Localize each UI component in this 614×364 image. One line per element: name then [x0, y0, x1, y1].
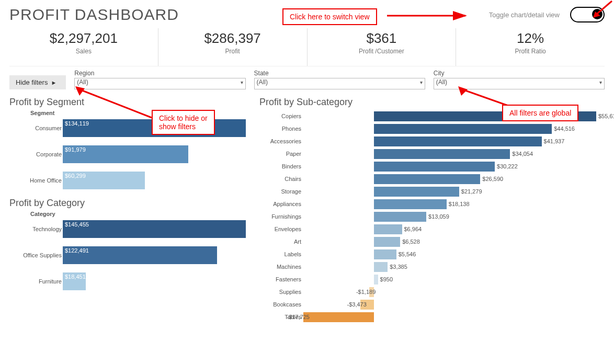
bar-value-label: -$1,189: [356, 289, 376, 295]
bar-category-label: Appliances: [259, 201, 303, 207]
bar-category-label: Fasteners: [259, 276, 303, 282]
bar-value-label: $13,059: [428, 213, 449, 220]
bar-category-label: Art: [259, 238, 303, 245]
bar-value-label: $3,385: [390, 264, 407, 270]
category-chart-title: Profit by Category: [9, 198, 250, 209]
filter-value: (All): [436, 78, 447, 86]
bar-value-label: -$3,473: [347, 301, 367, 308]
bar-category-label: Envelopes: [259, 226, 303, 232]
bar-row: Machines$3,385: [259, 260, 605, 273]
kpi-profit: $286,397 Profit: [158, 28, 307, 66]
bar-value-label: $41,937: [544, 138, 565, 144]
bar-row: Chairs$26,590: [259, 173, 605, 185]
bar-track: $122,491: [63, 246, 250, 264]
bar-value-label: $18,138: [449, 201, 470, 207]
bar-fill: [374, 275, 378, 285]
bar-track: $34,054: [303, 149, 605, 159]
bar-row: Fasteners$950: [259, 273, 605, 286]
annotation-hide-filters: Click to hide or show filters: [152, 110, 215, 135]
bar-category-label: Paper: [259, 151, 303, 157]
bar-category-label: Bookcases: [259, 301, 303, 308]
bar-row: Envelopes$6,964: [259, 223, 605, 235]
bar-row: Paper$34,054: [259, 147, 605, 160]
bar-track: $950: [303, 275, 605, 285]
bar-row: Labels$5,546: [259, 248, 605, 260]
bar-track: $6,528: [303, 237, 605, 247]
bar-track: -$1,189: [303, 287, 605, 297]
bar-track: $18,138: [303, 199, 605, 209]
filter-state-select[interactable]: (All): [254, 78, 425, 89]
bar-track: $41,937: [303, 136, 605, 146]
kpi-value: $2,297,201: [9, 30, 158, 47]
bar-value-label: $26,590: [482, 176, 503, 182]
hide-filters-label: Hide filters: [16, 78, 48, 86]
kpi-sales: $2,297,201 Sales: [9, 28, 158, 66]
annotation-arrow-icon: [591, 0, 614, 21]
hide-filters-button[interactable]: Hide filters ►: [9, 75, 66, 89]
bar-category-label: Office Supplies: [9, 252, 63, 258]
category-axis-label: Category: [30, 211, 250, 217]
bar-row: Tables-$17,725: [259, 311, 605, 323]
kpi-value: $286,397: [158, 30, 307, 47]
bar-category-label: Phones: [259, 126, 303, 132]
bar-track: $145,455: [63, 220, 250, 238]
bar-row: Bookcases-$3,473: [259, 298, 605, 311]
filter-value: (All): [257, 78, 268, 86]
bar-value-label: $44,516: [554, 126, 575, 132]
filter-label-city: City: [434, 70, 605, 77]
kpi-label: Sales: [9, 48, 158, 55]
kpi-value: 12%: [456, 30, 605, 47]
bar-track: $60,299: [63, 172, 250, 189]
category-chart: Technology$145,455Office Supplies$122,49…: [9, 220, 250, 290]
bar-fill: [374, 174, 480, 184]
bar-row: Home Office$60,299: [9, 172, 250, 189]
bar-fill: $18,451: [63, 272, 86, 290]
kpi-label: Profit Ratio: [456, 48, 605, 55]
annotation-arrow-icon: [73, 86, 157, 123]
svg-line-2: [79, 89, 152, 118]
bar-fill: [374, 124, 552, 134]
bar-category-label: Storage: [259, 188, 303, 195]
bar-value-label: $145,455: [63, 221, 89, 228]
kpi-row: $2,297,201 Sales $286,397 Profit $361 Pr…: [9, 28, 605, 66]
bar-row: Appliances$18,138: [259, 198, 605, 210]
bar-row: Phones$44,516: [259, 122, 605, 135]
bar-value-label: $55,618: [598, 113, 614, 119]
filter-label-region: Region: [74, 70, 245, 77]
bar-track: $6,964: [303, 224, 605, 234]
kpi-label: Profit /Customer: [308, 48, 456, 55]
bar-value-label: $5,546: [399, 251, 416, 257]
arrow-right-icon: ►: [51, 79, 56, 86]
bar-fill: [374, 249, 396, 259]
bar-fill: [374, 212, 426, 222]
bar-row: Binders$30,222: [259, 160, 605, 173]
bar-category-label: Accessories: [259, 138, 303, 144]
bar-track: -$3,473: [303, 300, 605, 310]
kpi-profit-customer: $361 Profit /Customer: [307, 28, 456, 66]
bar-row: Office Supplies$122,491: [9, 246, 250, 264]
bar-fill: [374, 199, 446, 209]
bar-fill: [374, 149, 510, 159]
bar-track: $13,059: [303, 212, 605, 222]
bar-category-label: Chairs: [259, 176, 303, 182]
bar-category-label: Machines: [259, 264, 303, 270]
bar-fill: [374, 224, 402, 234]
annotation-arrow-icon: [387, 10, 476, 21]
bar-value-label: $18,451: [63, 274, 86, 280]
bar-fill: $91,979: [63, 145, 188, 163]
bar-category-label: Labels: [259, 251, 303, 257]
bar-row: Corporate$91,979: [9, 145, 250, 163]
bar-track: $3,385: [303, 262, 605, 272]
bar-track: $30,222: [303, 162, 605, 172]
bar-track: -$17,725: [303, 312, 605, 322]
bar-fill: $145,455: [63, 220, 246, 238]
bar-fill: $60,299: [63, 172, 145, 189]
bar-value-label: $91,979: [63, 146, 86, 153]
bar-value-label: $60,299: [63, 173, 86, 179]
kpi-label: Profit: [158, 48, 307, 55]
bar-fill: [374, 162, 495, 172]
bar-fill: [303, 312, 374, 322]
bar-row: Accessories$41,937: [259, 135, 605, 147]
bar-row: Furnishings$13,059: [259, 210, 605, 223]
kpi-value: $361: [308, 30, 456, 47]
